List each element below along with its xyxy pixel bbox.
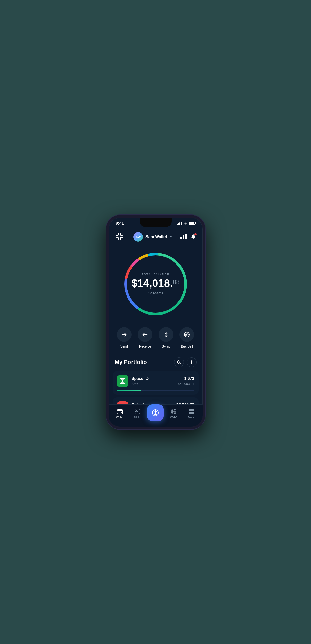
balance-amount: $14,018. 08	[131, 278, 179, 289]
balance-text: TOTAL BALANCE $14,018. 08 12 Assets	[131, 273, 179, 295]
buysell-button[interactable]: $ Buy/Sell	[179, 327, 194, 348]
header-actions	[180, 233, 196, 240]
chart-icon	[180, 234, 187, 239]
nfts-nav-label: NFTs	[134, 416, 141, 419]
space-id-progress-bg	[117, 390, 194, 391]
receive-icon	[142, 332, 148, 337]
svg-rect-7	[180, 237, 182, 239]
center-swap-button[interactable]	[147, 404, 164, 421]
notification-dot	[194, 233, 197, 235]
receive-label: Receive	[139, 344, 151, 348]
svg-rect-41	[189, 412, 191, 414]
bottom-nav: Wallet NFTs	[109, 404, 203, 427]
portfolio-search-button[interactable]	[174, 357, 184, 367]
battery-icon	[189, 222, 195, 225]
svg-line-24	[180, 363, 181, 364]
chevron-down-icon: ▾	[170, 235, 172, 239]
svg-rect-9	[185, 234, 187, 239]
wifi-icon	[183, 222, 187, 225]
svg-rect-42	[191, 412, 194, 414]
space-id-name: Space ID	[132, 376, 149, 381]
assets-count: 12 Assets	[148, 291, 163, 295]
space-id-percent: 32%	[132, 382, 149, 386]
svg-rect-2	[116, 237, 118, 240]
search-icon	[177, 360, 181, 364]
svg-rect-1	[120, 233, 123, 235]
add-icon	[190, 360, 194, 364]
svg-rect-29	[122, 380, 123, 382]
svg-point-31	[121, 412, 122, 413]
space-id-amount: 1.673	[184, 376, 194, 381]
center-swap-icon	[152, 409, 159, 417]
swap-icon	[163, 332, 169, 337]
notch	[140, 218, 172, 227]
space-id-progress-fill	[117, 390, 142, 391]
wallet-icon	[117, 409, 123, 414]
scan-button[interactable]	[115, 232, 125, 242]
more-nav-label: More	[188, 416, 194, 419]
action-buttons: Send Receive	[109, 320, 203, 353]
nav-more[interactable]: More	[184, 408, 199, 419]
status-time: 9:41	[116, 221, 124, 226]
swap-label: Swap	[162, 344, 170, 348]
balance-label: TOTAL BALANCE	[142, 273, 169, 276]
send-button[interactable]: Send	[117, 327, 132, 348]
chart-button[interactable]	[180, 234, 187, 240]
svg-point-33	[136, 410, 137, 411]
receive-button[interactable]: Receive	[138, 327, 152, 348]
notification-button[interactable]	[190, 233, 196, 240]
nav-web3[interactable]: Web3	[166, 408, 181, 419]
status-icons	[177, 221, 195, 225]
balance-cents: 08	[173, 279, 180, 285]
space-id-logo	[117, 375, 128, 387]
svg-rect-40	[191, 409, 194, 411]
balance-circle: TOTAL BALANCE $14,018. 08 12 Assets	[109, 246, 203, 320]
wallet-nav-label: Wallet	[116, 416, 124, 419]
balance-main: $14,018.	[131, 278, 173, 289]
swap-button[interactable]: Swap	[159, 327, 173, 348]
avatar: SW	[133, 232, 143, 242]
svg-rect-39	[189, 409, 191, 411]
portfolio-actions	[174, 357, 197, 367]
svg-text:$: $	[186, 334, 188, 336]
scan-icon	[115, 232, 124, 241]
web3-nav-label: Web3	[170, 416, 177, 419]
svg-rect-30	[117, 410, 123, 414]
main-content: SW Sam Wallet ▾	[109, 218, 203, 427]
phone-shell: 9:41	[106, 215, 205, 429]
nav-wallet[interactable]: Wallet	[112, 409, 127, 419]
svg-rect-8	[183, 235, 184, 239]
send-label: Send	[120, 344, 128, 348]
wallet-selector[interactable]: SW Sam Wallet ▾	[133, 232, 172, 242]
portfolio-title: My Portfolio	[115, 359, 147, 366]
svg-rect-0	[116, 233, 118, 235]
portfolio-header: My Portfolio	[109, 353, 203, 371]
wallet-name: Sam Wallet	[145, 235, 167, 239]
send-icon	[121, 332, 127, 337]
portfolio-add-button[interactable]	[187, 357, 197, 367]
buysell-icon: $	[184, 332, 190, 338]
more-grid-icon	[188, 408, 194, 415]
web3-icon	[171, 408, 177, 415]
nfts-icon	[134, 409, 140, 414]
token-item-space-id[interactable]: Space ID 32% 1.673 $43,003.34	[113, 371, 199, 395]
signal-icon	[177, 222, 182, 225]
nav-center-swap[interactable]	[147, 404, 164, 423]
space-id-usd: $43,003.34	[178, 382, 194, 386]
buysell-label: Buy/Sell	[181, 344, 193, 348]
nav-nfts[interactable]: NFTs	[130, 409, 145, 419]
